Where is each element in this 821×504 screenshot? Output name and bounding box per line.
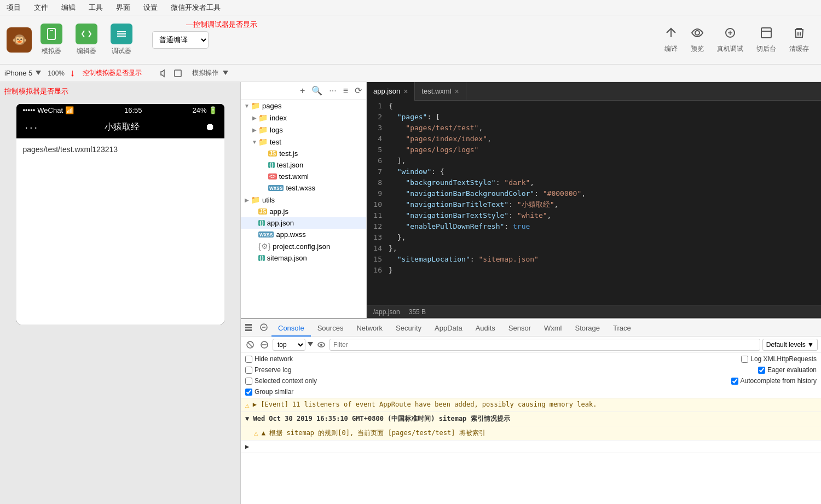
json-icon-sitemap: {} <box>258 255 265 261</box>
hide-network-option[interactable]: Hide network <box>245 355 293 363</box>
menu-settings[interactable]: 设置 <box>141 2 160 14</box>
menu-file[interactable]: 文件 <box>32 2 50 14</box>
code-line-13: 13 }, <box>367 232 821 243</box>
hide-network-label: Hide network <box>255 355 293 363</box>
editor-button[interactable]: 编辑器 <box>71 21 102 58</box>
signal-dots: ••••• <box>23 106 36 114</box>
preserve-log-checkbox[interactable] <box>245 367 252 374</box>
dt-block-icon[interactable] <box>258 339 270 351</box>
menu-tools[interactable]: 工具 <box>86 2 105 14</box>
clear-cache-button[interactable]: 清缓存 <box>784 24 814 56</box>
menu-wechat-devtools[interactable]: 微信开发者工具 <box>169 2 223 14</box>
tab-network[interactable]: Network <box>350 321 389 337</box>
cut-backend-icon <box>760 26 773 42</box>
collapse-tree-icon[interactable]: ≡ <box>341 85 350 97</box>
tab-testwxml[interactable]: test.wxml × <box>415 82 466 101</box>
phone-content-text: pages/test/test.wxml123213 <box>23 145 118 154</box>
editor-tabs: app.json × test.wxml × <box>367 82 821 101</box>
new-file-icon[interactable]: + <box>298 85 307 97</box>
cut-backend-button[interactable]: 切后台 <box>751 24 782 56</box>
menu-project[interactable]: 项目 <box>4 2 23 14</box>
compile-button[interactable]: 编译 <box>659 24 683 56</box>
tab-security[interactable]: Security <box>389 321 428 337</box>
hide-network-checkbox[interactable] <box>245 356 252 363</box>
menu-ui[interactable]: 界面 <box>114 2 132 14</box>
preserve-log-option[interactable]: Preserve log <box>245 366 291 374</box>
folder-icon-test: 📁 <box>258 137 268 146</box>
svg-rect-14 <box>245 329 252 331</box>
eager-eval-checkbox[interactable] <box>758 367 765 374</box>
tree-item-appjson[interactable]: {} app.json <box>241 217 366 229</box>
tree-item-test[interactable]: ▼ 📁 test <box>241 136 366 148</box>
tree-item-testjs[interactable]: JS test.js <box>241 148 366 159</box>
tree-item-testwxml[interactable]: <> test.wxml <box>241 171 366 182</box>
tab-appjson[interactable]: app.json × <box>367 82 415 101</box>
close-tab-testwxml[interactable]: × <box>455 87 459 96</box>
debugger-button[interactable]: 调试器 <box>106 21 137 58</box>
sim-ops-dropdown-icon[interactable] <box>223 71 228 76</box>
autocomplete-checkbox[interactable] <box>731 378 738 385</box>
tree-item-utils[interactable]: ▶ 📁 utils <box>241 194 366 206</box>
refresh-tree-icon[interactable]: ⟳ <box>352 84 364 97</box>
more-tree-icon[interactable]: ··· <box>327 85 338 97</box>
speaker-icon[interactable] <box>159 69 168 78</box>
code-content[interactable]: 1 { 2 "pages": [ 3 "pages/test/test", <box>367 101 821 305</box>
menu-edit[interactable]: 编辑 <box>59 2 78 14</box>
simulator-button[interactable]: 模拟器 <box>36 21 67 58</box>
real-device-icon <box>724 26 737 42</box>
console-message-4[interactable]: ▶ <box>241 441 821 453</box>
code-line-7: 7 "window": { <box>367 166 821 177</box>
console-filter-input[interactable] <box>329 339 760 351</box>
svg-marker-11 <box>223 71 228 75</box>
tab-trace[interactable]: Trace <box>606 321 638 337</box>
phone-dots-btn[interactable]: ··· <box>25 121 39 134</box>
tab-appdata[interactable]: AppData <box>428 321 469 337</box>
log-xml-option[interactable]: Log XMLHttpRequests <box>741 355 817 363</box>
tree-item-pages[interactable]: ▼ 📁 pages <box>241 100 366 112</box>
default-levels-btn[interactable]: Default levels ▼ <box>762 339 818 351</box>
simulator-icon <box>41 24 62 44</box>
preview-button[interactable]: 预览 <box>685 24 709 56</box>
tree-item-testjson[interactable]: {} test.json <box>241 159 366 171</box>
autocomplete-option[interactable]: Autocomplete from history <box>731 377 817 385</box>
console-message-1: ⚠ ▶ [Event] 11 listeners of event AppRou… <box>241 398 821 412</box>
group-similar-option[interactable]: Group similar <box>245 388 293 396</box>
tree-item-index[interactable]: ▶ 📁 index <box>241 112 366 124</box>
tab-console[interactable]: Console <box>271 321 311 337</box>
tab-sources[interactable]: Sources <box>311 321 350 337</box>
log-xml-checkbox[interactable] <box>741 356 748 363</box>
tree-item-appjs[interactable]: JS app.js <box>241 206 366 217</box>
tree-item-projectconfig[interactable]: {⚙} project.config.json <box>241 240 366 252</box>
console-message-3: ⚠ ▲ 根据 sitemap 的规则[0], 当前页面 [pages/test/… <box>241 426 821 441</box>
debugger-label: 调试器 <box>112 47 131 56</box>
devtools-sidebar-icon[interactable] <box>241 318 256 336</box>
group-similar-checkbox[interactable] <box>245 389 252 396</box>
tree-item-logs[interactable]: ▶ 📁 logs <box>241 124 366 136</box>
tree-item-sitemapjson[interactable]: {} sitemap.json <box>241 252 366 264</box>
context-select[interactable]: top <box>273 339 305 351</box>
tab-sensor[interactable]: Sensor <box>502 321 537 337</box>
tab-audits[interactable]: Audits <box>469 321 502 337</box>
tree-item-testwxss[interactable]: wxss test.wxss <box>241 182 366 194</box>
tab-wxml[interactable]: Wxml <box>537 321 569 337</box>
close-tab-appjson[interactable]: × <box>403 87 408 96</box>
selected-context-checkbox[interactable] <box>245 378 252 385</box>
options-row-1: Hide network Log XMLHttpRequests <box>245 355 817 363</box>
context-dropdown-icon[interactable] <box>308 342 313 347</box>
dt-eye-icon[interactable] <box>315 339 327 351</box>
devtools-block-icon[interactable] <box>256 318 271 336</box>
window-icon[interactable] <box>174 69 182 78</box>
phone-record-btn[interactable]: ⏺ <box>205 121 215 133</box>
search-tree-icon[interactable]: 🔍 <box>309 84 325 97</box>
sim-control-label: 控制模拟器是否显示 <box>83 68 142 78</box>
eager-eval-option[interactable]: Eager evaluation <box>758 366 817 374</box>
compile-select[interactable]: 普通编译 自定义编译 <box>152 31 209 49</box>
tree-item-appwxss[interactable]: wxss app.wxss <box>241 229 366 240</box>
selected-context-option[interactable]: Selected context only <box>245 377 317 385</box>
dt-stop-icon[interactable] <box>244 339 256 351</box>
tab-storage[interactable]: Storage <box>569 321 607 337</box>
device-dropdown-icon[interactable] <box>36 71 41 76</box>
real-device-button[interactable]: 真机调试 <box>712 24 749 56</box>
wifi-icon: 📶 <box>65 106 74 114</box>
warning-icon-3: ⚠ <box>254 429 258 437</box>
